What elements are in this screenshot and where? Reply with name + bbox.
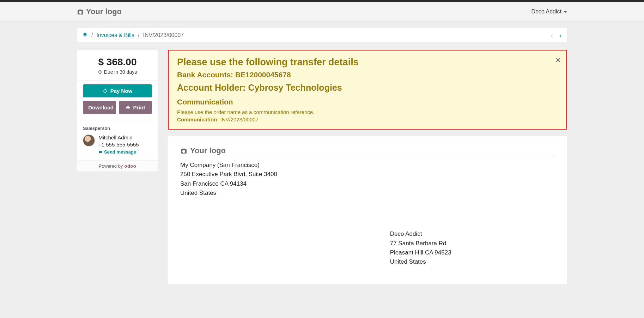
powered-by-text: Powered by	[99, 163, 123, 169]
holder-label: Account Holder:	[177, 83, 245, 92]
alert-title: Please use the following transfer detail…	[177, 57, 558, 68]
company-street: 250 Executive Park Blvd, Suite 3400	[180, 170, 555, 179]
page-header: Your logo Deco Addict	[0, 2, 644, 22]
company-country: United States	[180, 188, 555, 198]
company-name: My Company (San Francisco)	[180, 161, 555, 170]
comm-ref-value: INV/2023/00007	[220, 116, 259, 122]
action-buttons: Pay Now Download Print	[77, 81, 158, 120]
salesperson-box: Salesperson Mitchell Admin +1 555-555-55…	[77, 120, 158, 160]
send-message-link[interactable]: Send message	[98, 149, 139, 155]
breadcrumb-bar: / Invoices & Bills / INV/2023/00007 ‹ ›	[77, 28, 567, 43]
odoo-logo[interactable]: odoo	[124, 163, 136, 169]
customer-country: United States	[390, 257, 555, 266]
download-button[interactable]: Download	[83, 101, 116, 114]
caret-down-icon	[564, 11, 567, 13]
home-icon	[82, 32, 88, 37]
download-label: Download	[88, 104, 114, 110]
company-address: My Company (San Francisco) 250 Executive…	[180, 161, 555, 198]
send-message-label: Send message	[104, 149, 136, 155]
doc-logo-text: Your logo	[190, 146, 226, 155]
user-menu[interactable]: Deco Addict	[531, 8, 567, 15]
salesperson-name: Mitchell Admin	[98, 134, 139, 140]
bank-label: Bank Accounts:	[177, 71, 233, 79]
breadcrumb-current: INV/2023/00007	[143, 32, 184, 38]
camera-icon	[77, 9, 83, 14]
print-button[interactable]: Print	[119, 101, 152, 114]
alert-close-button[interactable]: ×	[555, 55, 561, 65]
due-label: Due in 30 days	[104, 69, 137, 75]
doc-header: Your logo	[180, 146, 555, 157]
clock-icon	[98, 70, 102, 74]
print-label: Print	[133, 104, 145, 110]
powered-by: Powered by odoo	[77, 160, 158, 172]
company-logo: Your logo	[77, 7, 122, 16]
alert-holder: Account Holder: Cybrosy Technologies	[177, 83, 558, 93]
breadcrumb-sep: /	[138, 32, 139, 38]
customer-address: Deco Addict 77 Santa Barbara Rd Pleasant…	[390, 229, 555, 266]
comm-ref-label: Communication:	[177, 116, 219, 122]
holder-value: Cybrosy Technologies	[248, 83, 342, 92]
pager-next[interactable]: ›	[559, 32, 562, 39]
alert-comm-heading: Communication	[177, 98, 558, 106]
pay-now-button[interactable]: Pay Now	[83, 84, 152, 97]
breadcrumb: / Invoices & Bills / INV/2023/00007	[82, 32, 184, 39]
logo-text: Your logo	[86, 7, 122, 16]
breadcrumb-home[interactable]	[82, 32, 88, 39]
customer-name: Deco Addict	[390, 229, 555, 239]
chat-icon	[98, 150, 103, 154]
invoice-document: Your logo My Company (San Francisco) 250…	[168, 136, 567, 284]
breadcrumb-invoices[interactable]: Invoices & Bills	[96, 32, 134, 38]
invoice-amount: $ 368.00	[83, 56, 152, 68]
pager: ‹ ›	[551, 32, 562, 39]
alert-bank: Bank Accounts: BE12000045678	[177, 71, 558, 79]
alert-comm-text: Please use the order name as a communica…	[177, 109, 558, 115]
avatar	[83, 134, 95, 146]
customer-street: 77 Santa Barbara Rd	[390, 239, 555, 248]
salesperson-heading: Salesperson	[83, 126, 152, 131]
refresh-icon	[103, 89, 108, 94]
breadcrumb-sep: /	[91, 32, 93, 38]
doc-logo: Your logo	[180, 146, 555, 155]
customer-city: Pleasant Hill CA 94523	[390, 248, 555, 257]
print-icon	[126, 105, 130, 110]
pay-now-label: Pay Now	[110, 88, 133, 94]
transfer-alert: × Please use the following transfer deta…	[168, 50, 567, 130]
due-text: Due in 30 days	[83, 69, 152, 75]
company-city: San Francisco CA 94134	[180, 179, 555, 188]
salesperson-phone: +1 555-555-5555	[98, 142, 139, 148]
amount-box: $ 368.00 Due in 30 days	[77, 50, 158, 81]
bank-value: BE12000045678	[235, 71, 291, 79]
alert-comm-ref: Communication: INV/2023/00007	[177, 116, 558, 122]
pager-prev[interactable]: ‹	[551, 32, 553, 39]
camera-icon	[180, 148, 187, 154]
user-menu-label: Deco Addict	[531, 8, 561, 15]
sidebar-card: $ 368.00 Due in 30 days Pay Now Dow	[77, 50, 158, 172]
